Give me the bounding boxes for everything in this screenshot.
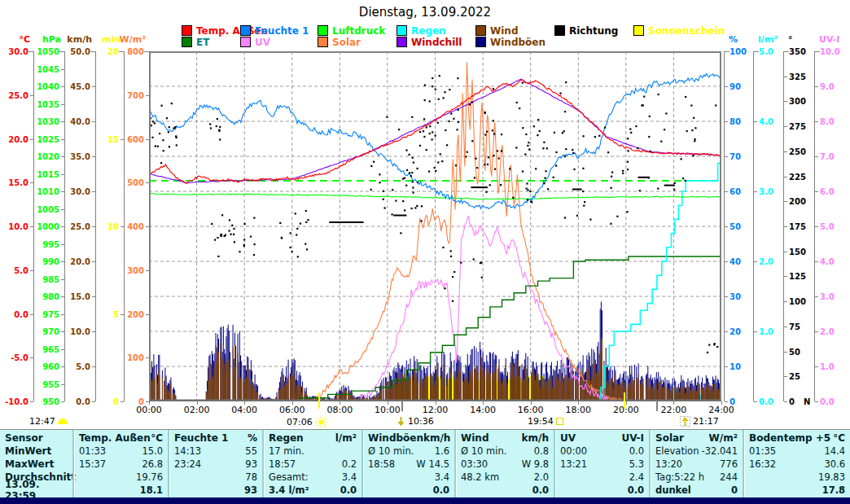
summary-table: SensorMinWertMaxWertDurchschnitt13.09. 2… [0, 429, 850, 497]
axis-unit-label: UV-I [819, 34, 839, 45]
axis-tick-label: 0.0 [820, 397, 835, 406]
axis-tick [725, 366, 728, 367]
axis-unit-label: km/h [61, 34, 92, 45]
table-row: 01:3514.4 [744, 445, 850, 458]
x-axis-tick-label: 08:00 [322, 405, 357, 415]
axis-tick [815, 86, 818, 87]
axis-tick [30, 357, 33, 358]
table-row: 78 [169, 471, 262, 484]
axis-tick-label: 300 [789, 97, 806, 106]
axis-tick [784, 226, 787, 227]
table-row: Ø 10 min.0.8 [456, 445, 554, 458]
x-axis-tick [578, 401, 579, 405]
axis-tick [815, 121, 818, 122]
table-row: MinWert [0, 445, 72, 458]
axis-tick-label: 25.0 [59, 222, 90, 231]
sun-event-marker [624, 392, 625, 409]
axis-north-label: N [804, 397, 810, 406]
axis-tick [784, 101, 787, 102]
table-row: Tag:5:22 h244 [651, 471, 743, 484]
axis-tick-label: 500 [113, 178, 144, 187]
axis-unit-label: °C [0, 34, 30, 45]
axis-tick-label: 3.0 [820, 292, 835, 301]
table-row: 23:2493 [169, 458, 262, 471]
axis-tick-label: 50 [730, 222, 741, 231]
axis-ruler [753, 51, 754, 401]
table-row: 19.76 [74, 471, 168, 484]
series-solar [313, 63, 624, 401]
axis-tick [61, 349, 64, 350]
table-column-windb-en: Windböenkm/hØ 10 min.1.618:58W 14.53.40.… [361, 430, 454, 497]
axis-tick-label: 5.0 [759, 47, 773, 56]
axis-tick [784, 301, 787, 302]
axis-tick [61, 244, 64, 245]
axis-tick-label: 7.0 [820, 152, 835, 161]
axis-tick-label: 1015 [28, 170, 59, 179]
axis-tick-label: 965 [28, 345, 59, 354]
legend-item-solar: Solar [318, 37, 361, 47]
arrow-down-icon [397, 416, 405, 427]
table-row: 18:570.2 [264, 458, 361, 471]
weather-station-day-report: Dienstag, 13.09.2022 Temp. AußenFeuchte … [0, 0, 850, 504]
axis-tick-label: 10.0 [820, 47, 840, 56]
axis-tick-label: 1040 [28, 82, 59, 91]
legend-swatch-icon [397, 37, 407, 47]
axis-tick [784, 201, 787, 202]
legend-item-luftdruck: Luftdruck [318, 25, 385, 36]
axis-tick [725, 86, 728, 87]
legend-label: ET [196, 37, 209, 48]
table-column-wind: Windkm/hØ 10 min.0.803:30W 9.848.2 km2.0… [454, 430, 554, 497]
legend-swatch-icon [182, 37, 192, 47]
axis-tick [725, 261, 728, 262]
axis-tick [30, 270, 33, 271]
sunrise-icon [315, 416, 327, 428]
table-row: Elevation-32.041 [651, 445, 743, 458]
axis-tick [754, 191, 757, 192]
axis-tick-label: 100 [113, 353, 144, 362]
legend-item-windb-en: Windböen [475, 37, 545, 47]
axis-tick-label: 5.0 [59, 362, 90, 371]
axis-tick [784, 177, 787, 177]
axis-tick-label: 955 [28, 380, 59, 389]
axis-tick [725, 296, 728, 297]
axis-tick-label: 5.0 [0, 266, 28, 275]
axis-tick-label: 90 [730, 82, 741, 91]
axis-tick-label: -10.0 [0, 397, 28, 406]
table-row: 0.0 [555, 484, 649, 497]
table-row: 48.2 km2.0 [456, 471, 554, 484]
axis-tick [815, 331, 818, 332]
moon-event-marker [656, 401, 658, 411]
axis-tick [815, 261, 818, 262]
x-axis-tick-label: 18:00 [560, 405, 596, 415]
axis-tick-label: 25.0 [0, 91, 28, 100]
table-column-temp-au-en: Temp. Außen°C01:3315.015:3726.819.7618.1 [72, 430, 168, 497]
table-row: 00:000.0 [555, 445, 649, 458]
axis-tick-label: 1050 [28, 47, 59, 56]
axis-unit-label: l/m² [758, 34, 778, 45]
plot-area [149, 51, 721, 401]
legend-swatch-icon [633, 25, 644, 36]
axis-tick [784, 376, 787, 377]
axis-tick-label: 975 [28, 310, 59, 319]
legend-item-regen: Regen [397, 25, 446, 36]
axis-tick [784, 126, 787, 127]
legend-item-uv: UV [240, 37, 270, 47]
table-row: 03:30W 9.8 [456, 458, 554, 471]
axis-tick-label: 700 [113, 91, 144, 100]
axis-tick [61, 104, 64, 105]
x-axis-tick [436, 401, 436, 405]
axis-tick [784, 327, 787, 327]
axis-tick-label: 1.0 [759, 327, 773, 336]
table-row: 93 [169, 484, 262, 497]
axis-tick [725, 156, 728, 157]
axis-tick [784, 77, 787, 77]
axis-tick-label: 1.0 [820, 362, 835, 371]
table-header: Sensor [0, 432, 72, 445]
legend-swatch-icon [240, 25, 251, 36]
legend-item-windchill: Windchill [397, 37, 462, 47]
axis-tick [725, 191, 728, 192]
axis-tick [815, 366, 818, 367]
axis-tick [92, 261, 95, 262]
axis-tick-label: 30.0 [0, 47, 28, 56]
axis-tick-label: 2.0 [759, 257, 773, 266]
